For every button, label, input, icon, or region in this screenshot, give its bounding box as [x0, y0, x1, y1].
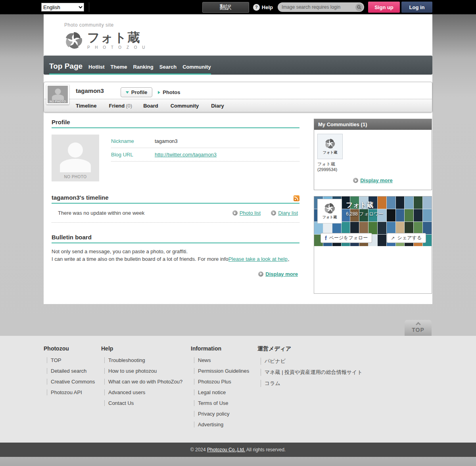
- subnav-item-board[interactable]: Board: [143, 103, 159, 109]
- community-member-count: (2999534): [317, 167, 428, 172]
- play-icon: [258, 272, 263, 277]
- copyright-company-link[interactable]: Photozou Co.,Ltd.: [207, 447, 245, 453]
- mosaic-tile: [405, 222, 413, 234]
- community-name[interactable]: フォト蔵: [317, 161, 428, 167]
- nickname-label: Nickname: [111, 138, 155, 144]
- footer-column-help: Help Troubleshooting How to use photozou…: [101, 345, 191, 431]
- mosaic-tile: [414, 209, 422, 221]
- subnav-item-diary[interactable]: Diary: [211, 103, 225, 109]
- footer: Photozou TOP Detailed search Creative Co…: [0, 336, 476, 443]
- mosaic-tile: [423, 196, 432, 209]
- footer-link-legal-notice[interactable]: Legal notice: [194, 389, 226, 395]
- no-photo-label: NO PHOTO: [52, 175, 99, 179]
- user-avatar-thumbnail[interactable]: NO PHOTO: [46, 85, 69, 104]
- photozou-logo[interactable]: フォト蔵 P H O T O Z O U: [64, 31, 432, 50]
- footer-link-creative-commons[interactable]: Creative Commons: [47, 379, 95, 385]
- footer-link-detailed-search[interactable]: Detailed search: [47, 368, 86, 374]
- footer-link-papinavi[interactable]: パピナビ: [261, 358, 286, 365]
- subnav-item-timeline[interactable]: Timeline: [76, 103, 98, 109]
- top-bar: English 翻訳 ? Help Sign up Log in: [0, 0, 476, 14]
- footer-link-column[interactable]: コラム: [261, 380, 280, 387]
- rss-icon[interactable]: [294, 195, 299, 201]
- mosaic-tile: [414, 196, 422, 209]
- my-communities-title: My Communities (1): [314, 119, 432, 130]
- logo-text: フォト蔵: [87, 31, 140, 44]
- footer-link-what-can-we-do[interactable]: What can we do with PhotoZou?: [104, 379, 182, 385]
- footer-link-contact-us[interactable]: Contact Us: [104, 400, 134, 406]
- mosaic-tile: [369, 222, 377, 234]
- nav-item-community[interactable]: Community: [182, 64, 211, 70]
- blog-url-link[interactable]: http://twitter.com/tagamon3: [155, 152, 217, 158]
- mosaic-tile: [342, 222, 350, 234]
- profile-subnav: Timeline Friend(0) Board Community Diary: [44, 99, 432, 112]
- search-icon-button[interactable]: [355, 4, 363, 11]
- help-link[interactable]: ? Help: [253, 4, 273, 11]
- bulletin-board-section: Bulletin board Not only send a message, …: [52, 234, 299, 277]
- footer-link-permission-guidelines[interactable]: Permission Guidelines: [194, 368, 249, 374]
- footer-column-title: Information: [191, 345, 257, 352]
- diary-list-link[interactable]: Diary list: [271, 210, 298, 216]
- fb-follow-button[interactable]: f ページをフォロー: [321, 233, 372, 243]
- fb-page-name[interactable]: フォト蔵: [346, 200, 373, 210]
- footer-column-photozou: Photozou TOP Detailed search Creative Co…: [44, 345, 101, 431]
- fb-share-button[interactable]: ↗ シェアする: [387, 233, 426, 243]
- mosaic-tile: [359, 222, 368, 234]
- language-select[interactable]: English: [41, 3, 84, 12]
- blog-url-label: Blog URL: [111, 152, 155, 158]
- fb-followers-count: 6,288 フォロワー: [346, 211, 384, 218]
- footer-link-terms-of-use[interactable]: Terms of Use: [194, 400, 228, 406]
- play-icon: [271, 210, 276, 216]
- footer-link-advanced-users[interactable]: Advanced users: [104, 389, 145, 395]
- bulletin-section-title: Bulletin board: [52, 234, 299, 243]
- profile-avatar: NO PHOTO: [52, 135, 99, 181]
- nav-item-search[interactable]: Search: [159, 64, 177, 70]
- bulletin-help-link[interactable]: Please take a look at help: [228, 256, 288, 262]
- profile-section-title: Profile: [52, 119, 299, 128]
- mosaic-tile: [387, 209, 395, 221]
- login-button[interactable]: Log in: [401, 2, 432, 13]
- bulletin-display-more-link[interactable]: Display more: [258, 271, 298, 277]
- back-to-top-button[interactable]: TOP: [405, 320, 432, 336]
- sidebar: My Communities (1): [314, 119, 432, 294]
- footer-link-photozou-api[interactable]: Photozou API: [47, 389, 82, 395]
- translate-button[interactable]: 翻訳: [202, 2, 249, 13]
- mosaic-tile: [314, 222, 323, 234]
- facebook-page-widget: フォト蔵 フォト蔵 6,288 フォロワー f ページをフォロー ↗ シェアする: [314, 196, 432, 294]
- timeline-section: tagamon3's timeline There was no update …: [52, 194, 299, 223]
- footer-link-troubleshooting[interactable]: Troubleshooting: [104, 357, 145, 363]
- main-navigation: Top Page Hotlist Theme Ranking Search Co…: [44, 56, 432, 75]
- footer-column-information: Information News Permission Guidelines P…: [191, 345, 257, 431]
- top-bar-inner: English 翻訳 ? Help Sign up Log in: [41, 2, 432, 13]
- footer-link-how-to-use[interactable]: How to use photozou: [104, 368, 157, 374]
- photo-list-link[interactable]: Photo list: [232, 210, 261, 216]
- nav-item-theme[interactable]: Theme: [111, 64, 127, 70]
- copyright-text: © 2024 Photozou Co.,Ltd. All rights rese…: [190, 447, 286, 453]
- nickname-value: tagamon3: [155, 138, 178, 144]
- image-search-input[interactable]: [282, 4, 355, 10]
- nav-item-hotlist[interactable]: Hotlist: [88, 64, 104, 70]
- tab-photos[interactable]: Photos: [158, 89, 180, 95]
- page-background: Photo community site: [0, 14, 476, 336]
- footer-link-advertising[interactable]: Advertising: [194, 422, 223, 427]
- footer-link-top[interactable]: TOP: [47, 357, 61, 363]
- logo-subtext: P H O T O Z O U: [87, 45, 147, 50]
- tab-profile[interactable]: Profile: [121, 87, 152, 97]
- mosaic-tile: [405, 209, 413, 221]
- mosaic-tile: [396, 222, 405, 234]
- fb-page-logo[interactable]: フォト蔵: [317, 199, 342, 223]
- footer-link-photozou-plus[interactable]: Photozou Plus: [194, 379, 231, 385]
- nav-item-top-page[interactable]: Top Page: [49, 62, 83, 71]
- footer-column-title: 運営メディア: [257, 345, 432, 352]
- mosaic-tile: [387, 196, 395, 209]
- subnav-item-friend[interactable]: Friend(0): [109, 103, 132, 109]
- mosaic-tile: [387, 222, 395, 234]
- footer-link-privacy-policy[interactable]: Privacy policy: [194, 411, 229, 417]
- footer-link-news[interactable]: News: [194, 357, 211, 363]
- signup-button[interactable]: Sign up: [368, 2, 400, 13]
- subnav-item-community[interactable]: Community: [171, 103, 200, 109]
- footer-link-manezou[interactable]: マネ蔵 | 投資や資産運用の総合情報サイト: [261, 369, 363, 376]
- nav-item-ranking[interactable]: Ranking: [133, 64, 153, 70]
- community-thumbnail[interactable]: フォト蔵: [317, 134, 343, 159]
- play-icon: [353, 178, 358, 183]
- communities-display-more-link[interactable]: Display more: [353, 177, 393, 183]
